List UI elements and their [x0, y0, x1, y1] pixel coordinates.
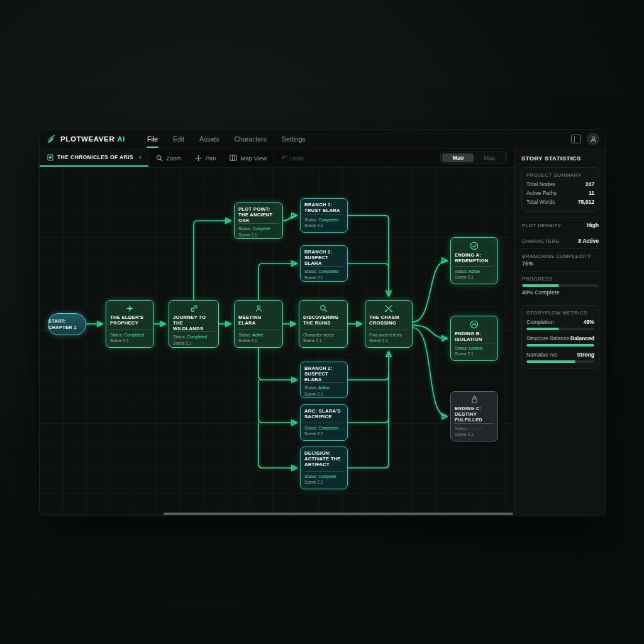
person-icon	[238, 304, 279, 313]
node-title: BRANCH 1: TRUST ELARA	[304, 202, 343, 213]
menu-characters[interactable]: Characters	[234, 130, 267, 148]
node-title: DECISION: ACTIVATE THE ARTIFACT	[304, 450, 343, 467]
tab-close-icon[interactable]: ×	[138, 154, 142, 161]
project-summary-card: PROJECT SUMMARY Total Nodes247 Active Pa…	[521, 167, 599, 212]
user-icon	[590, 136, 597, 143]
node-title: MEETING ELARA	[238, 314, 279, 326]
main-menu: File Edit Assets Characters Settings	[147, 130, 306, 148]
stat-row-total-nodes: Total Nodes247	[526, 181, 594, 187]
node-title: BRANCH 2: SUSPECT ELARA	[304, 365, 343, 382]
titlebar-actions	[571, 133, 599, 145]
sparkle-icon	[110, 304, 150, 313]
node-title: THE CHASM CROSSING	[369, 314, 408, 326]
magnifier-icon	[303, 304, 343, 313]
node-meta: Status: Active Scene 2.1	[238, 330, 279, 344]
menu-file[interactable]: File	[147, 130, 158, 148]
node-title: ENDING B: ISOLATION	[455, 331, 494, 342]
brand-name: PLOTWEAVER	[60, 135, 114, 143]
story-statistics-panel: STORY STATISTICS PROJECT SUMMARY Total N…	[514, 149, 606, 516]
node-title: BRANCH 2: SUSPECT SLARA	[304, 249, 343, 266]
node-branch2-suspect-slara[interactable]: BRANCH 2: SUSPECT SLARA Status: Complete…	[300, 245, 348, 282]
start-node[interactable]: START: CHAPTER 1	[48, 313, 86, 335]
node-title: JOURNEY TO THE WILDLANDS	[173, 314, 214, 331]
node-ending-b-isolation[interactable]: ENDING B: ISOLATION Status: Locked Scene…	[450, 316, 498, 361]
app-window: PLOTWEAVER AI File Edit Assets Character…	[40, 130, 606, 516]
node-meta: Status: Completed Scene 2.1	[304, 214, 343, 229]
crossed-swords-icon	[369, 304, 408, 313]
metric-narrative-arc: Narrative ArcStrong	[526, 352, 594, 358]
node-title: ENDING C: DESTINY FULFILLED	[455, 406, 494, 423]
stat-row-total-words: Total Words78,912	[526, 199, 594, 205]
metric-completion: Completion48%	[526, 319, 594, 325]
node-journey-wildlands[interactable]: JOURNEY TO THE WILDLANDS Status: Complet…	[169, 300, 219, 348]
magnifier-icon	[156, 155, 163, 162]
brand-suffix: AI	[117, 135, 125, 143]
title-bar: PLOTWEAVER AI File Edit Assets Character…	[40, 130, 606, 149]
node-meta: Find ancient tests Scene 2.1	[369, 330, 408, 344]
completion-bar	[526, 328, 594, 330]
sidebar-title: STORY STATISTICS	[521, 155, 599, 162]
node-title: DISCOVERING THE RUINS	[303, 314, 343, 326]
avatar[interactable]	[587, 133, 599, 145]
node-meta: Status: Completed Scene 2.1	[304, 423, 343, 437]
stat-row-active-paths: Active Paths11	[526, 190, 594, 196]
node-meta: Status: Complete Scene 2.1	[304, 471, 343, 486]
document-icon	[47, 154, 53, 161]
start-node-label: START: CHAPTER 1	[48, 318, 86, 330]
menu-assets[interactable]: Assets	[199, 130, 220, 148]
storyflow-metrics-label: STORYFLOW METRICS	[526, 310, 594, 316]
progress-caption: 48% Complete	[522, 289, 599, 296]
node-meta: Status: Locked Scene 2.1	[455, 343, 494, 357]
mountain-circle-icon	[455, 320, 494, 329]
toolbar: THE CHRONICLES OF ARIS × Zoom	[40, 149, 514, 167]
node-meta: Status: Complete Scene 2.1	[238, 223, 279, 238]
lock-icon	[455, 396, 494, 404]
node-branch2-suspect-elara[interactable]: BRANCH 2: SUSPECT ELARA Status: Active S…	[300, 362, 348, 398]
map-view-button[interactable]: Map View	[223, 149, 274, 167]
node-meeting-elara[interactable]: MEETING ELARA Status: Active Scene 2.1	[234, 300, 283, 348]
undo-button[interactable]: ↶ Undo	[274, 149, 311, 167]
zoom-tool-button[interactable]: Zoom	[149, 149, 188, 167]
footprints-icon	[173, 304, 214, 313]
pan-tool-button[interactable]: Pan	[188, 149, 223, 167]
plot-density-row: PLOT DENSITYHigh	[521, 217, 599, 233]
node-decision-activate-artifact[interactable]: DECISION: ACTIVATE THE ARTIFACT Status: …	[300, 447, 348, 489]
node-ending-c-destiny[interactable]: ENDING C: DESTINY FULFILLED Status: Lock…	[450, 391, 498, 441]
node-meta: Status: Locked Scene 2.1	[455, 423, 494, 438]
project-summary-label: PROJECT SUMMARY	[526, 172, 594, 178]
pan-tool-label: Pan	[205, 155, 216, 162]
pan-icon	[195, 155, 202, 162]
brand: PLOTWEAVER AI	[46, 134, 125, 145]
node-plot-point-ancient-oak[interactable]: PLOT POINT: THE ANCIENT OAK Status: Comp…	[234, 203, 283, 239]
node-arc-slaras-sacrifice[interactable]: ARC: SLARA'S SACRIFICE Status: Completed…	[300, 404, 348, 441]
node-meta: Status: Completed Scene 2.1	[304, 266, 343, 280]
node-elders-prophecy[interactable]: THE ELDER'S PROPHECY Status: Completed S…	[106, 300, 154, 348]
node-branch1-trust-elara[interactable]: BRANCH 1: TRUST ELARA Status: Completed …	[300, 198, 348, 233]
story-flow-canvas[interactable]: START: CHAPTER 1 THE ELDER'S PROPHECY St…	[40, 167, 514, 516]
node-title: PLOT POINT: THE ANCIENT OAK	[238, 206, 279, 223]
menu-edit[interactable]: Edit	[172, 130, 185, 148]
node-meta: Character meets Scene 2.1	[303, 330, 343, 344]
metric-structure-balance: Structure BalanceBalanced	[526, 335, 594, 341]
structure-balance-bar	[526, 344, 594, 347]
map-view-label: Map View	[240, 155, 267, 162]
node-discovering-ruins[interactable]: DISCOVERING THE RUINS Character meets Sc…	[299, 300, 348, 348]
panel-toggle-icon[interactable]	[571, 135, 581, 143]
view-toggle-option-1[interactable]: Mao	[442, 153, 474, 162]
storyflow-metrics-card: STORYFLOW METRICS Completion48% Structur…	[521, 305, 599, 369]
branching-complexity-value: 76%	[522, 260, 599, 267]
menu-settings[interactable]: Settings	[281, 130, 306, 148]
columns-icon	[230, 155, 237, 161]
node-meta: Status: Active Scene 2.1	[304, 382, 343, 397]
horizontal-scrollbar-thumb[interactable]	[164, 513, 513, 515]
quill-logo-icon	[46, 134, 57, 145]
node-title: THE ELDER'S PROPHECY	[110, 314, 150, 326]
characters-row: CHARACTERS8 Active	[521, 233, 599, 248]
document-tab[interactable]: THE CHRONICLES OF ARIS ×	[40, 149, 148, 167]
node-meta: Status: Completed Scene 2.1	[173, 331, 214, 346]
view-toggle-option-2[interactable]: Map	[474, 153, 505, 162]
check-circle-icon	[455, 242, 494, 250]
node-chasm-crossing[interactable]: THE CHASM CROSSING Find ancient tests Sc…	[365, 300, 413, 348]
node-title: ENDING A: REDEMPTION	[455, 252, 494, 264]
node-ending-a-redemption[interactable]: ENDING A: REDEMPTION Status: Active Scen…	[450, 237, 498, 284]
